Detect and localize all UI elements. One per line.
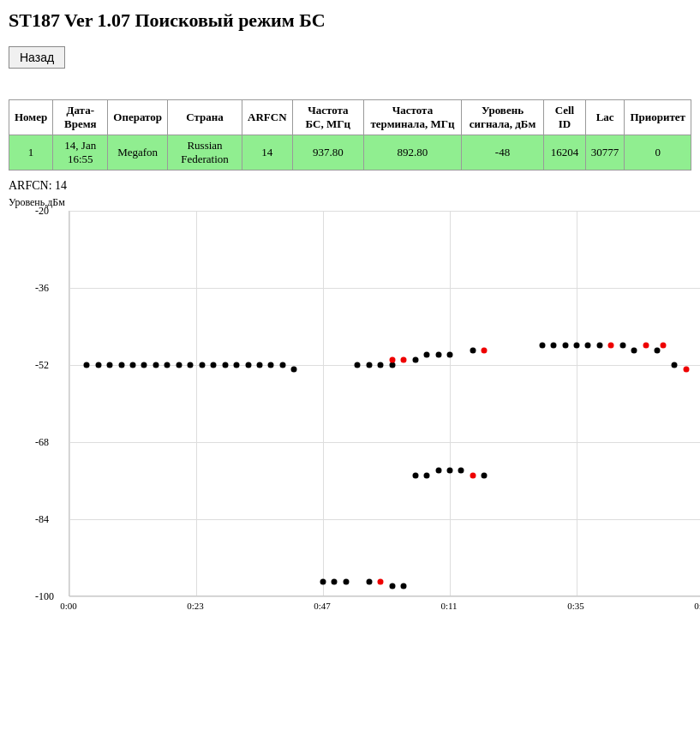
black-dot	[320, 578, 326, 584]
x-gridline	[323, 211, 324, 595]
table-header-cell: Cell ID	[544, 99, 586, 135]
black-dot	[378, 362, 384, 368]
chart-ylabel: Уровень,дБм	[9, 196, 691, 209]
table-header-cell: Номер	[9, 99, 53, 135]
red-dot	[482, 347, 488, 353]
x-gridline	[450, 211, 451, 595]
black-dot	[631, 347, 637, 353]
red-dot	[470, 472, 476, 478]
chart-area: -20-36-52-68-84-100	[69, 211, 700, 596]
table-header-cell: Приоритет	[625, 99, 691, 135]
back-button[interactable]: Назад	[9, 46, 65, 69]
table-header: НомерДата-ВремяОператорСтранаARFCNЧастот…	[9, 99, 691, 135]
red-dot	[389, 356, 395, 362]
black-dot	[539, 343, 545, 349]
x-axis-label: 0:35	[567, 601, 584, 611]
black-dot	[199, 362, 205, 368]
table-cell: 1	[9, 135, 53, 170]
x-gridline	[577, 211, 577, 595]
black-dot	[424, 352, 430, 358]
black-dot	[141, 362, 147, 368]
black-dot	[279, 362, 285, 368]
black-dot	[366, 578, 372, 584]
chart-container: -20-36-52-68-84-100 0:000:230:470:110:35…	[34, 211, 700, 622]
black-dot	[424, 472, 430, 478]
table-header-cell: Lac	[585, 99, 625, 135]
table-header-cell: Уровень сигнала, дБм	[461, 99, 543, 135]
red-dot	[643, 343, 649, 349]
black-dot	[188, 362, 194, 368]
black-dot	[655, 347, 661, 353]
y-axis-label: -20	[35, 204, 49, 217]
black-dot	[257, 362, 263, 368]
black-dot	[130, 362, 136, 368]
black-dot	[118, 362, 124, 368]
black-dot	[447, 352, 453, 358]
table-header-cell: Оператор	[108, 99, 168, 135]
x-gridline	[69, 211, 70, 595]
table-cell: -48	[461, 135, 543, 170]
y-axis-label: -100	[35, 589, 54, 602]
black-dot	[401, 583, 407, 589]
table-cell: 892.80	[364, 135, 462, 170]
black-dot	[447, 468, 453, 474]
table-row: 114, Jan 16:55MegafonRussian Federation1…	[9, 135, 691, 170]
table-body: 114, Jan 16:55MegafonRussian Federation1…	[9, 135, 691, 170]
y-axis-label: -52	[35, 358, 49, 371]
black-dot	[458, 468, 464, 474]
y-gridline	[69, 288, 700, 289]
table-cell: 30777	[585, 135, 625, 170]
black-dot	[366, 362, 372, 368]
black-dot	[332, 578, 338, 584]
y-gridline	[69, 211, 700, 212]
table-cell: 16204	[544, 135, 586, 170]
black-dot	[562, 343, 568, 349]
red-dot	[378, 578, 384, 584]
black-dot	[107, 362, 113, 368]
black-dot	[234, 362, 240, 368]
y-axis-label: -68	[35, 435, 49, 448]
x-axis-label: 0:11	[440, 601, 457, 611]
black-dot	[389, 583, 395, 589]
table-cell: 0	[625, 135, 691, 170]
table-header-cell: Частота терминала, МГц	[364, 99, 462, 135]
black-dot	[245, 362, 251, 368]
page-title: ST187 Ver 1.07 Поисковый режим БС	[9, 9, 691, 33]
x-axis-label: 0:23	[187, 601, 204, 611]
table-cell: 14, Jan 16:55	[53, 135, 108, 170]
black-dot	[482, 472, 488, 478]
y-gridline	[69, 442, 700, 443]
table-header-cell: Страна	[168, 99, 242, 135]
red-dot	[660, 343, 666, 349]
red-dot	[683, 367, 689, 373]
x-axis-label: 0:00	[60, 601, 77, 611]
y-gridline	[69, 519, 700, 520]
x-axis-label: 0:47	[314, 601, 331, 611]
table-cell: 14	[242, 135, 293, 170]
data-table: НомерДата-ВремяОператорСтранаARFCNЧастот…	[9, 99, 691, 171]
y-axis-label: -36	[35, 281, 49, 294]
table-header-cell: Частота БС, МГц	[292, 99, 364, 135]
black-dot	[619, 343, 625, 349]
arfcn-label: ARFCN: 14	[9, 179, 691, 193]
black-dot	[585, 343, 591, 349]
black-dot	[153, 362, 159, 368]
black-dot	[95, 362, 101, 368]
table-header-cell: ARFCN	[242, 99, 293, 135]
black-dot	[165, 362, 171, 368]
black-dot	[84, 362, 90, 368]
black-dot	[176, 362, 182, 368]
black-dot	[412, 472, 418, 478]
table-cell: Megafon	[108, 135, 168, 170]
x-gridline	[196, 211, 197, 595]
black-dot	[355, 362, 361, 368]
black-dot	[596, 343, 602, 349]
black-dot	[291, 367, 297, 373]
black-dot	[268, 362, 274, 368]
black-dot	[435, 352, 441, 358]
table-cell: 937.80	[292, 135, 364, 170]
black-dot	[211, 362, 217, 368]
red-dot	[608, 343, 614, 349]
black-dot	[574, 343, 580, 349]
table-header-cell: Дата-Время	[53, 99, 108, 135]
